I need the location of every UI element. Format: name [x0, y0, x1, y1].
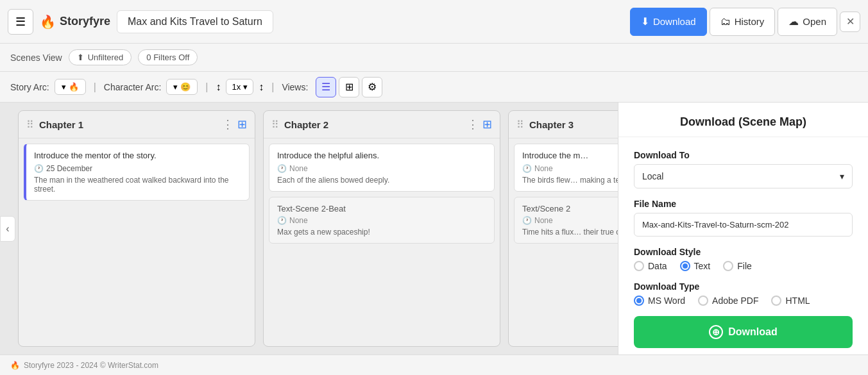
tab-history[interactable]: 🗂 History: [710, 8, 776, 36]
chapter-2-title: Chapter 2: [284, 119, 467, 130]
views-label: Views:: [282, 82, 308, 92]
style-radio-group: Data Text File: [634, 261, 853, 271]
chapter-1-add-button[interactable]: ⊞: [237, 117, 247, 131]
scene-meta: 🕐 None: [522, 216, 618, 225]
character-arc-smile-icon: 😊: [180, 82, 191, 92]
scene-text: Introduce the helpful aliens.: [277, 151, 486, 160]
scene-title-label: Text/Scene 2: [522, 204, 618, 213]
scene-time: None: [289, 216, 308, 225]
brand-name: Storyfyre: [60, 15, 110, 28]
style-file-option[interactable]: File: [723, 261, 752, 271]
character-arc-select[interactable]: ▾ 😊: [166, 79, 198, 95]
download-type-label: Download Type: [634, 281, 853, 292]
back-arrow-icon: ‹: [6, 223, 9, 235]
dropdown-arrow-icon: ▾: [840, 171, 844, 181]
type-adobepdf-label: Adobe PDF: [712, 296, 758, 306]
chapter-3-drag-handle[interactable]: ⠿: [516, 119, 524, 131]
scene-card: Introduce the m… 🕐 None The birds flew… …: [514, 144, 618, 192]
list-view-icon: ☰: [321, 81, 330, 93]
chapter-3-header: ⠿ Chapter 3 ⋮ ⊞: [509, 111, 618, 138]
download-button-label: Download: [728, 326, 777, 338]
tab-download[interactable]: ⬇ Download: [630, 8, 707, 36]
chapter-2-scenes: Introduce the helpful aliens. 🕐 None Eac…: [264, 138, 500, 249]
separator-1: |: [94, 81, 96, 93]
open-tab-icon: ☁: [788, 15, 799, 28]
scene-card: Text-Scene 2-Beat 🕐 None Max gets a new …: [269, 197, 495, 244]
download-style-field: Download Style Data Text File: [634, 247, 853, 271]
chapter-3-title: Chapter 3: [529, 119, 618, 130]
clock-icon: 🕐: [277, 216, 287, 225]
header-tabs: ⬇ Download 🗂 History ☁ Open ✕: [630, 8, 860, 36]
zoom-select[interactable]: 1x ▾: [226, 79, 253, 95]
download-button[interactable]: ⊕ Download: [634, 316, 853, 348]
style-data-radio[interactable]: [634, 261, 644, 271]
type-msword-radio[interactable]: [634, 296, 644, 306]
style-data-option[interactable]: Data: [634, 261, 667, 271]
filter-label: Unfiltered: [88, 53, 124, 62]
chapter-col-1: ⠿ Chapter 1 ⋮ ⊞ Introduce the mentor of …: [18, 110, 255, 347]
open-tab-label: Open: [803, 16, 826, 27]
scene-card: Introduce the mentor of the story. 🕐 25 …: [24, 144, 250, 201]
footer-flame-icon: 🔥: [10, 361, 20, 370]
download-button-icon: ⊕: [709, 325, 723, 339]
style-text-radio[interactable]: [680, 261, 690, 271]
type-adobepdf-radio[interactable]: [698, 296, 708, 306]
sort-icon: ↕: [216, 81, 221, 93]
footer-text: Storyfyre 2023 - 2024 © WriterStat.com: [24, 361, 158, 370]
type-html-label: HTML: [785, 296, 810, 306]
type-msword-option[interactable]: MS Word: [634, 296, 685, 306]
clock-icon: 🕐: [522, 164, 532, 173]
download-to-label: Download To: [634, 150, 853, 160]
chapter-1-menu-button[interactable]: ⋮: [222, 117, 234, 131]
separator-2: |: [205, 81, 208, 93]
scene-excerpt: The man in the weathered coat walked bac…: [34, 176, 241, 194]
file-name-input[interactable]: Max-and-Kits-Travel-to-Saturn-scm-202: [634, 213, 853, 237]
character-arc-label: Character Arc:: [104, 82, 161, 92]
view-list-button[interactable]: ☰: [316, 77, 336, 97]
type-adobepdf-option[interactable]: Adobe PDF: [698, 296, 758, 306]
style-file-radio[interactable]: [723, 261, 733, 271]
type-msword-label: MS Word: [648, 296, 685, 306]
type-html-option[interactable]: HTML: [771, 296, 810, 306]
chapter-2-menu-button[interactable]: ⋮: [467, 117, 479, 131]
scene-meta: 🕐 None: [277, 164, 486, 173]
download-to-select[interactable]: Local ▾: [634, 164, 853, 188]
chapter-2-drag-handle[interactable]: ⠿: [271, 119, 279, 131]
filter-icon: ⬆: [77, 53, 84, 62]
chapter-1-header: ⠿ Chapter 1 ⋮ ⊞: [19, 111, 255, 138]
nav-back-arrow[interactable]: ‹: [0, 216, 15, 242]
tab-open[interactable]: ☁ Open: [778, 8, 837, 36]
chapter-1-drag-handle[interactable]: ⠿: [26, 119, 34, 131]
story-title: Max and Kits Travel to Saturn: [117, 10, 273, 33]
view-grid-button[interactable]: ⊞: [339, 77, 359, 97]
chapter-2-add-button[interactable]: ⊞: [482, 117, 492, 131]
type-radio-group: MS Word Adobe PDF HTML: [634, 296, 853, 306]
scenes-view-label: Scenes View: [10, 53, 62, 63]
chapter-1-title: Chapter 1: [39, 119, 222, 130]
story-arc-select[interactable]: ▾ 🔥: [55, 79, 86, 95]
grid-view-icon: ⊞: [345, 81, 353, 93]
filter-unfiltered-badge[interactable]: ⬆ Unfiltered: [69, 49, 132, 65]
history-tab-label: History: [735, 16, 765, 27]
close-icon: ✕: [846, 15, 855, 28]
view-settings-button[interactable]: ⚙: [362, 77, 382, 97]
menu-button[interactable]: ☰: [8, 9, 33, 35]
story-arc-label: Story Arc:: [10, 82, 49, 92]
toolbar-row: Story Arc: ▾ 🔥 | Character Arc: ▾ 😊 | ↕ …: [0, 72, 868, 103]
file-name-field: File Name Max-and-Kits-Travel-to-Saturn-…: [634, 199, 853, 237]
sort2-icon: ↕: [259, 81, 264, 93]
scene-meta: 🕐 None: [277, 216, 486, 225]
file-name-label: File Name: [634, 199, 853, 209]
character-arc-dropdown-arrow: ▾: [173, 82, 178, 92]
scene-meta: 🕐 25 December: [34, 164, 241, 173]
panel-title: Download (Scene Map): [634, 115, 853, 129]
chapter-3-scenes: Introduce the m… 🕐 None The birds flew… …: [509, 138, 618, 249]
separator-3: |: [271, 81, 274, 93]
chapter-1-actions: ⋮ ⊞: [222, 117, 247, 131]
close-panel-button[interactable]: ✕: [840, 12, 860, 32]
scene-date: 25 December: [46, 164, 92, 173]
download-to-field: Download To Local ▾: [634, 150, 853, 188]
style-text-option[interactable]: Text: [680, 261, 711, 271]
type-html-radio[interactable]: [771, 296, 781, 306]
scene-meta: 🕐 None: [522, 164, 618, 173]
